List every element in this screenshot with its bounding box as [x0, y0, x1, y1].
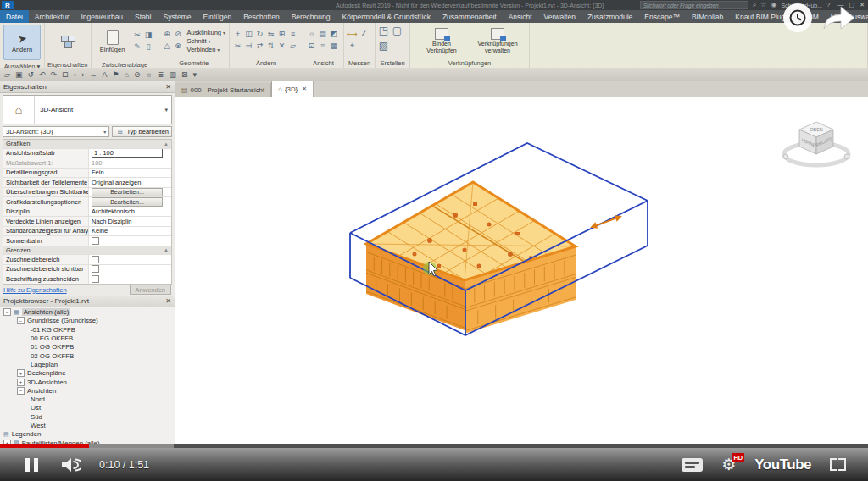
teilelemente-value[interactable]: Original anzeigen [89, 178, 171, 187]
revit-logo[interactable]: R [2, 1, 14, 9]
tree-item-og1-okffb[interactable]: 01 OG OKFFB [0, 343, 175, 351]
delete-icon[interactable]: ✕ [277, 41, 287, 50]
tab-berechnung[interactable]: Berechnung [286, 10, 337, 23]
tab-stahl[interactable]: Stahl [129, 10, 157, 23]
view-tab-3d[interactable]: ⌂ {3D} ✕ [271, 81, 314, 97]
tab-enscape[interactable]: Enscape™ [638, 10, 686, 23]
share-button[interactable] [821, 3, 856, 32]
tab-bimcollab[interactable]: BIMcollab [686, 10, 729, 23]
properties-button[interactable] [50, 25, 86, 58]
type-selector[interactable]: ⌂ 3D-Ansicht ▾ [3, 95, 172, 124]
search-icon[interactable]: ⌕ [753, 2, 756, 8]
undo-icon[interactable]: ↶ [39, 68, 46, 81]
detaillierungsgrad-value[interactable]: Fein [89, 169, 171, 178]
grafikoptionen-bearbeiten-button[interactable]: Bearbeiten... [92, 197, 163, 207]
tab-zusammenarbeit[interactable]: Zusammenarbeit [437, 10, 503, 23]
tree-item-eg-okffb[interactable]: 00 EG OKFFB [0, 334, 175, 342]
tree-item-ansichten[interactable]: −Ansichten [0, 386, 175, 395]
array-icon[interactable]: ⊞ [277, 29, 287, 38]
properties-help-link[interactable]: Hilfe zu Eigenschaften [3, 286, 67, 294]
modify-button[interactable]: ➤ Ändern [3, 25, 41, 60]
zuschneidebereich-sichtbar-checkbox[interactable] [92, 265, 99, 273]
scale-icon[interactable]: ⇅ [266, 41, 275, 50]
home-3d-icon[interactable]: ⌂ [125, 68, 129, 81]
tree-item-og2-okffb[interactable]: 02 OG OKFFB [0, 351, 175, 360]
tab-datei[interactable]: Datei [0, 10, 29, 23]
measure-icon[interactable]: ⟷ [74, 68, 85, 81]
demolish-icon[interactable]: △ [163, 41, 172, 50]
measure-icon[interactable]: ⟷ [348, 29, 357, 38]
beschriftung-zuschneiden-checkbox[interactable] [92, 275, 99, 283]
tree-item-deckenplaene[interactable]: +Deckenpläne [0, 369, 175, 378]
viewcube-top-label[interactable]: OBEN [810, 127, 823, 132]
paint-icon[interactable]: ⊗ [174, 41, 183, 50]
close-icon[interactable]: ✕ [302, 86, 307, 92]
reveal-hidden-icon[interactable]: ⊡ [307, 41, 316, 50]
close-icon[interactable]: ✕ [165, 83, 171, 91]
tree-item-west[interactable]: West [0, 421, 175, 429]
qat-customize-icon[interactable]: ▾ [192, 68, 197, 81]
tree-item-lageplan[interactable]: Lageplan [0, 360, 175, 368]
tab-architektur[interactable]: Architektur [29, 10, 75, 23]
pin-icon[interactable]: ▱ [288, 41, 298, 50]
viewcube[interactable]: OBEN VORNE RECHTS [780, 117, 853, 176]
align-icon[interactable]: ≡ [288, 29, 298, 38]
tab-ansicht[interactable]: Ansicht [503, 10, 538, 23]
tab-koerpermodell[interactable]: Körpermodell & Grundstück [337, 10, 437, 23]
model-viewport[interactable]: OBEN VORNE RECHTS [175, 97, 868, 445]
verdeckte-linien-value[interactable]: Nach Disziplin [89, 217, 171, 226]
tab-verwalten[interactable]: Verwalten [538, 10, 581, 23]
help-search-input[interactable]: Stichwort oder Frage eingeben [640, 1, 748, 9]
sun-icon[interactable]: ☼ [146, 68, 153, 81]
tag-icon[interactable]: ⚑ [113, 68, 120, 81]
cut-geometry-icon[interactable]: ⊘ [174, 29, 183, 38]
tab-zusatzmodule[interactable]: Zusatzmodule [581, 10, 638, 23]
sync-icon[interactable]: ↺ [27, 68, 34, 81]
close-hidden-icon[interactable]: ⊠ [181, 68, 188, 81]
rotate-icon[interactable]: ↻ [255, 29, 264, 38]
text-icon[interactable]: A [103, 68, 108, 81]
tree-item-ansichten-alle[interactable]: −▦Ansichten (alle) [0, 308, 175, 317]
thin-lines-icon[interactable]: ≣ [158, 68, 164, 81]
sonnenbahn-checkbox[interactable] [92, 237, 99, 245]
cope-icon[interactable]: ⊕ [163, 29, 172, 38]
copy-clipboard-icon[interactable]: ◨ [144, 30, 153, 39]
move-icon[interactable]: + [233, 29, 242, 38]
tree-item-legenden[interactable]: ▤Legenden [0, 430, 175, 439]
match-type-icon[interactable]: ✎ [133, 41, 142, 51]
section-icon[interactable]: ⊘ [134, 68, 141, 81]
group-icon[interactable]: ◳ [379, 25, 388, 35]
ueberschreibungen-bearbeiten-button[interactable]: Bearbeiten... [92, 188, 163, 197]
tree-item-sued[interactable]: Süd [0, 412, 175, 421]
edit-type-button[interactable]: ⊞ Typ bearbeiten [112, 126, 172, 137]
close-icon[interactable]: ✕ [165, 297, 171, 305]
assembly-icon[interactable]: ▢ [392, 25, 402, 35]
open-icon[interactable]: ▱ [4, 68, 10, 81]
hide-icon[interactable]: ▤ [318, 29, 327, 38]
ansichtsmassstab-value[interactable]: 1 : 100 [89, 149, 171, 158]
view-tab-startansicht[interactable]: ▤ 000 - Projekt Startansicht [175, 83, 271, 97]
tree-item-grundrisse[interactable]: −Grundrisse (Grundrisse) [0, 317, 175, 325]
save-icon[interactable]: ▣ [15, 68, 23, 81]
apply-button[interactable]: Anwenden [130, 285, 171, 295]
tab-einfuegen[interactable]: Einfügen [198, 10, 238, 23]
switch-windows-icon[interactable]: ▥ [169, 68, 176, 81]
split-icon[interactable]: ✂ [233, 41, 242, 50]
manage-links-button[interactable]: Verknüpfungen verwalten [473, 28, 522, 53]
settings-button[interactable]: ⚙ HD [721, 456, 736, 473]
mirror-icon[interactable]: ⇋ [266, 29, 275, 38]
cope-dropdown[interactable]: Ausklinkung▾ [187, 29, 225, 36]
cut-icon[interactable]: ✂ [133, 30, 142, 39]
copy-icon[interactable]: ◫ [244, 29, 253, 38]
isolate-icon[interactable]: ◩ [329, 29, 338, 38]
pause-button[interactable] [25, 458, 38, 472]
redo-icon[interactable]: ↷ [51, 68, 58, 81]
disziplin-value[interactable]: Architektonisch [89, 207, 171, 217]
close-button[interactable]: ✕ [860, 2, 865, 8]
tab-ingenieurbau[interactable]: Ingenieurbau [75, 10, 129, 23]
tab-beschriften[interactable]: Beschriften [237, 10, 286, 23]
cut-dropdown[interactable]: Schnitt▾ [187, 37, 225, 45]
print-icon[interactable]: ⊟ [62, 68, 69, 81]
tree-item-kg-okffb[interactable]: -01 KG OKFFB [0, 325, 175, 334]
tab-systeme[interactable]: Systeme [157, 10, 197, 23]
